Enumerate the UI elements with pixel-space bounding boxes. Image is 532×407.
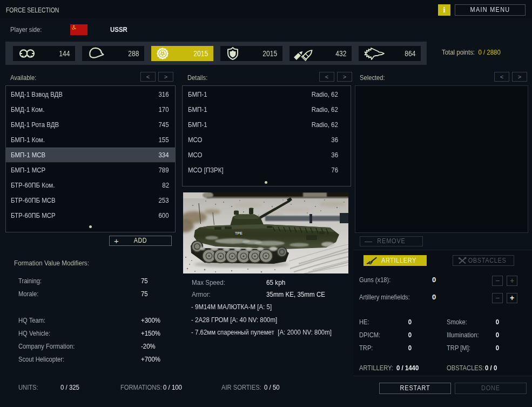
svg-text:ТРЕ: ТРЕ [235, 231, 243, 235]
